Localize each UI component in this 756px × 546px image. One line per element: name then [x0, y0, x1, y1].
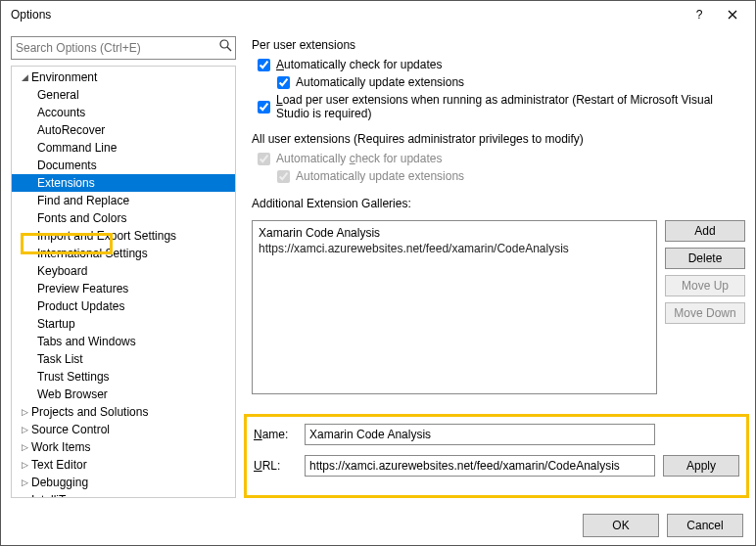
move-down-button: Move Down — [665, 302, 745, 324]
tree-node[interactable]: Task List — [12, 350, 235, 368]
title-bar: Options ? — [1, 1, 755, 28]
per-user-heading: Per user extensions — [252, 38, 745, 52]
tree-node[interactable]: Startup — [12, 315, 235, 333]
tree-group[interactable]: ▷Debugging — [12, 474, 235, 491]
close-button[interactable] — [716, 3, 749, 26]
window-title: Options — [11, 8, 683, 22]
tree-node[interactable]: Trust Settings — [12, 368, 235, 386]
tree-group[interactable]: ▷IntelliTrace — [12, 491, 235, 497]
svg-point-0 — [220, 40, 228, 48]
name-label: Name: — [254, 428, 297, 441]
search-box[interactable] — [11, 36, 236, 60]
all-user-heading: All user extensions (Requires administra… — [252, 132, 745, 146]
name-input[interactable] — [305, 424, 655, 445]
add-button[interactable]: Add — [665, 220, 745, 242]
search-icon — [219, 39, 232, 55]
tree-node-environment[interactable]: ◢Environment — [12, 68, 235, 86]
tree-group[interactable]: ▷Source Control — [12, 421, 235, 438]
apply-button[interactable]: Apply — [663, 455, 739, 477]
auto-check-updates-checkbox[interactable]: Automatically check for updates — [258, 58, 745, 71]
cancel-button[interactable]: Cancel — [667, 514, 743, 537]
tree-node-extensions[interactable]: Extensions — [12, 174, 235, 192]
options-tree[interactable]: ◢Environment General Accounts AutoRecove… — [12, 67, 235, 497]
tree-node[interactable]: Preview Features — [12, 280, 235, 297]
gallery-item[interactable]: Xamarin Code Analysis https://xamci.azur… — [259, 225, 650, 256]
tree-node[interactable]: Import and Export Settings — [12, 227, 235, 245]
tree-group[interactable]: ▷Projects and Solutions — [12, 403, 235, 421]
tree-node[interactable]: Command Line — [12, 139, 235, 157]
ok-button[interactable]: OK — [583, 514, 659, 537]
tree-node[interactable]: Tabs and Windows — [12, 333, 235, 350]
tree-node[interactable]: AutoRecover — [12, 121, 235, 139]
help-button[interactable]: ? — [683, 3, 716, 26]
load-per-user-admin-checkbox[interactable]: Load per user extensions when running as… — [258, 93, 745, 120]
tree-node[interactable]: Product Updates — [12, 297, 235, 315]
tree-node[interactable]: Accounts — [12, 104, 235, 121]
search-input[interactable] — [11, 36, 236, 60]
url-input[interactable] — [305, 455, 655, 477]
tree-node[interactable]: Web Browser — [12, 386, 235, 403]
all-auto-check-checkbox: Automatically check for updates — [258, 152, 745, 165]
all-auto-update-checkbox: Automatically update extensions — [277, 169, 745, 183]
tree-group[interactable]: ▷Text Editor — [12, 456, 235, 474]
url-label: URL: — [254, 459, 297, 473]
tree-node[interactable]: Documents — [12, 157, 235, 174]
tree-node[interactable]: International Settings — [12, 245, 235, 262]
move-up-button: Move Up — [665, 275, 745, 296]
tree-node[interactable]: Fonts and Colors — [12, 209, 235, 227]
auto-update-ext-checkbox[interactable]: Automatically update extensions — [277, 75, 745, 89]
tree-node[interactable]: Keyboard — [12, 262, 235, 280]
tree-node[interactable]: General — [12, 86, 235, 104]
galleries-heading: Additional Extension Galleries: — [252, 197, 745, 210]
tree-node[interactable]: Find and Replace — [12, 192, 235, 209]
galleries-listbox[interactable]: Xamarin Code Analysis https://xamci.azur… — [252, 220, 657, 394]
delete-button[interactable]: Delete — [665, 248, 745, 269]
tree-group[interactable]: ▷Work Items — [12, 438, 235, 456]
